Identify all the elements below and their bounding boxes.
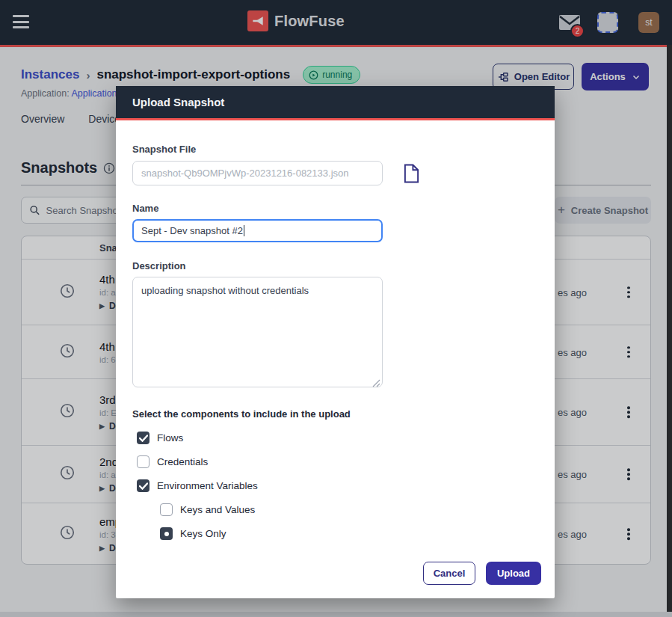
radio-checked-icon [160, 527, 173, 540]
checkbox-checked-icon [137, 432, 149, 444]
description-label: Description [132, 260, 538, 271]
dialog-header: Upload Snapshot [116, 86, 555, 118]
option-environment-variables[interactable]: Environment Variables [137, 479, 538, 492]
choose-file-button[interactable] [403, 163, 420, 184]
option-flows[interactable]: Flows [137, 432, 538, 444]
dialog-title: Upload Snapshot [132, 96, 224, 108]
name-label: Name [132, 203, 538, 214]
radio-unchecked-icon [160, 503, 173, 516]
description-textarea[interactable] [132, 277, 383, 387]
dialog-body: Snapshot File Name Sept - Dev snapshot #… [116, 120, 555, 598]
text-caret [244, 225, 245, 236]
snapshot-file-input[interactable] [132, 161, 383, 185]
cancel-button[interactable]: Cancel [423, 562, 475, 585]
components-label: Select the components to include in the … [132, 408, 538, 420]
upload-button[interactable]: Upload [486, 562, 541, 585]
checkbox-checked-icon [137, 479, 149, 492]
option-keys-and-values[interactable]: Keys and Values [160, 503, 538, 516]
option-keys-only[interactable]: Keys Only [160, 527, 538, 540]
window-right-edge [667, 45, 672, 612]
upload-snapshot-dialog: Upload Snapshot Snapshot File Name Sept … [116, 86, 555, 598]
components-options: Flows Credentials Environment Variables … [137, 432, 538, 540]
name-input[interactable]: Sept - Dev snapshot #2 [132, 219, 383, 242]
option-credentials[interactable]: Credentials [137, 455, 538, 468]
snapshot-file-label: Snapshot File [132, 144, 196, 155]
dialog-footer: Cancel Upload [423, 562, 541, 585]
checkbox-unchecked-icon [137, 455, 149, 468]
document-icon [403, 163, 420, 184]
